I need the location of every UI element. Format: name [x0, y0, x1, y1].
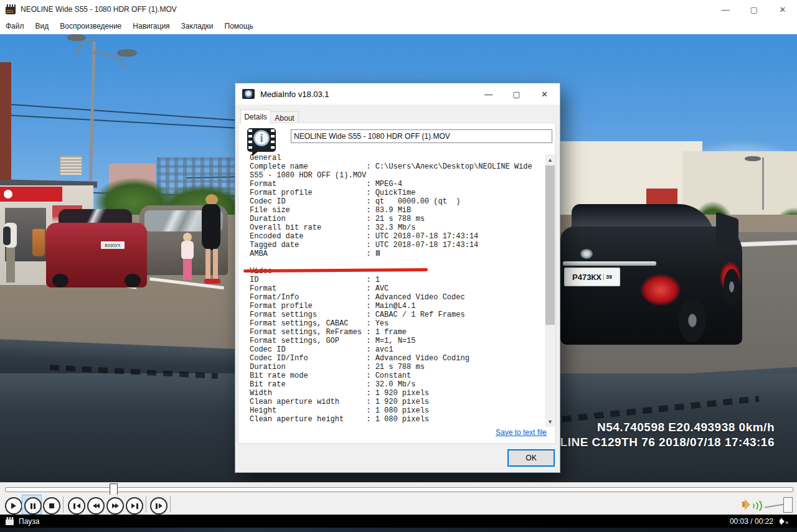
menu-navigation[interactable]: Навигация — [127, 19, 175, 34]
speaker-icon[interactable] — [742, 498, 761, 511]
tab-about[interactable]: About — [270, 111, 299, 124]
window-title: NEOLINE Wide S55 - 1080 HDR OFF (1).MOV — [21, 5, 177, 14]
woman-shoes — [204, 279, 220, 284]
black-car-chrome-strip — [563, 261, 656, 266]
window-controls: — ▢ ✕ — [711, 0, 797, 19]
filename-field[interactable]: NEOLINE Wide S55 - 1080 HDR OFF (1).MOV — [291, 129, 552, 143]
street-lamp-head-right — [745, 156, 761, 161]
skip-back-button[interactable] — [68, 497, 85, 515]
time-display: 00:03 / 00:22 — [730, 517, 773, 526]
pedestrian-legs — [6, 248, 15, 282]
details-text: General Complete name : C:\Users\Алекс\D… — [250, 154, 532, 424]
black-car-badge — [580, 249, 593, 259]
child — [179, 233, 196, 286]
toolbar-separator — [170, 497, 171, 513]
backpack — [3, 226, 11, 245]
dashcam-overlay: N54.740598 E20.493938 0km/h NEOLINE C129… — [534, 420, 775, 450]
woman-leg — [213, 249, 218, 279]
pause-button[interactable] — [24, 497, 42, 515]
bottom-strip — [0, 528, 797, 532]
menu-bookmarks[interactable]: Закладки — [176, 19, 219, 34]
stop-button[interactable] — [43, 497, 60, 515]
scroll-down-icon[interactable]: ▼ — [545, 416, 555, 427]
toolbar-separator — [63, 497, 64, 513]
menu-help[interactable]: Помощь — [219, 19, 259, 34]
scroll-up-icon[interactable]: ▲ — [545, 154, 555, 165]
red-car: В930УХ — [46, 209, 147, 290]
play-button[interactable] — [5, 497, 22, 515]
mute-icon[interactable]: × — [780, 518, 788, 525]
scrollbar-thumb[interactable] — [545, 166, 555, 325]
menu-playback[interactable]: Воспроизведение — [54, 19, 127, 34]
mediainfo-window-controls: — ▢ ✕ — [474, 83, 559, 105]
seek-track[interactable] — [5, 487, 793, 492]
time-area: 00:03 / 00:22 × — [730, 517, 788, 526]
black-car: Р473КХ 39 — [560, 204, 742, 358]
app-icon — [6, 4, 16, 14]
fast-forward-button[interactable] — [106, 497, 124, 515]
red-car-plate: В930УХ — [101, 241, 125, 249]
mediainfo-dialog: MediaInfo v18.03.1 — ▢ ✕ Details About i… — [235, 83, 560, 473]
menu-bar: Файл Вид Воспроизведение Навигация Закла… — [0, 19, 797, 35]
ok-button[interactable]: OK — [507, 449, 555, 467]
child-pants — [183, 259, 192, 280]
mediainfo-minimize-button[interactable]: — — [474, 83, 502, 105]
woman-dress — [202, 204, 220, 250]
black-car-wheel — [679, 299, 706, 342]
seek-row — [0, 482, 797, 495]
street-lamp-head — [67, 34, 86, 41]
trash-bin — [32, 229, 45, 256]
status-bar: Пауза 00:03 / 00:22 × — [0, 515, 797, 528]
skip-forward-button[interactable] — [126, 497, 143, 515]
overlay-gps-line: N54.740598 E20.493938 0km/h — [534, 420, 775, 435]
frame-step-button[interactable] — [150, 497, 167, 515]
tab-details[interactable]: Details — [240, 110, 271, 124]
street-lamp-head — [117, 49, 137, 57]
mediainfo-maximize-button[interactable]: ▢ — [502, 83, 531, 105]
details-scrollbar[interactable]: ▲ ▼ — [545, 154, 555, 427]
ac-unit — [60, 156, 82, 175]
mediainfo-title-bar: MediaInfo v18.03.1 — ▢ ✕ — [235, 83, 560, 105]
title-bar: NEOLINE Wide S55 - 1080 HDR OFF (1).MOV … — [0, 0, 797, 19]
mediainfo-logo-icon: i — [247, 128, 276, 152]
status-clapper-icon — [6, 517, 14, 525]
woman — [197, 194, 225, 286]
mediainfo-close-button[interactable]: ✕ — [531, 83, 559, 105]
save-to-text-file-link[interactable]: Save to text file — [496, 428, 547, 437]
red-car-wheel — [52, 274, 68, 287]
mediainfo-title: MediaInfo v18.03.1 — [260, 90, 329, 99]
street-lamp-pole-right — [762, 157, 764, 210]
woman-leg — [205, 249, 210, 279]
player-toolbar — [0, 495, 797, 515]
minimize-button[interactable]: — — [711, 0, 740, 19]
plate-number: Р473КХ — [572, 273, 601, 282]
maximize-button[interactable]: ▢ — [740, 0, 768, 19]
playback-status: Пауза — [19, 517, 39, 526]
child-head — [183, 233, 192, 241]
pedestrian — [3, 212, 19, 285]
black-car-taillight — [640, 274, 681, 306]
overlay-camera-line: NEOLINE C129TH 76 2018/07/18 17:43:16 — [534, 435, 775, 450]
black-car-plate: Р473КХ 39 — [564, 268, 620, 286]
menu-view[interactable]: Вид — [30, 19, 55, 34]
red-car-wheel — [125, 274, 141, 287]
volume-thumb[interactable] — [783, 497, 793, 513]
child-shirt — [181, 241, 194, 259]
details-tab-page: i NEOLINE Wide S55 - 1080 HDR OFF (1).MO… — [238, 123, 556, 444]
kiosk-sign — [0, 187, 62, 202]
plate-region: 39 — [603, 274, 612, 280]
mediainfo-icon — [242, 89, 255, 99]
black-car-wheel — [724, 269, 740, 305]
black-car-side-window — [716, 212, 738, 255]
rewind-button[interactable] — [87, 497, 105, 515]
seek-thumb[interactable] — [110, 483, 118, 496]
menu-file[interactable]: Файл — [0, 19, 30, 34]
close-button[interactable]: ✕ — [768, 0, 797, 19]
toolbar-separator — [146, 497, 146, 513]
